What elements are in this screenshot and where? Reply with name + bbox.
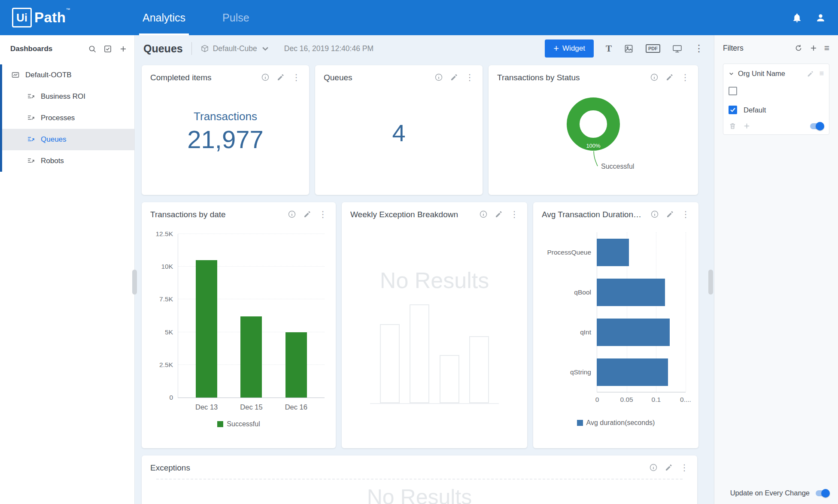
text-widget-icon[interactable]: T bbox=[606, 43, 612, 54]
collapse-filter-icon[interactable] bbox=[729, 71, 734, 76]
chart-legend: Successful bbox=[150, 420, 327, 428]
donut-percentage-label: 100% bbox=[586, 143, 601, 149]
search-icon[interactable] bbox=[88, 45, 97, 53]
tab-analytics[interactable]: Analytics bbox=[139, 0, 189, 35]
metric-value: 21,977 bbox=[187, 125, 263, 154]
collapse-sidebar-handle[interactable] bbox=[132, 270, 137, 295]
cube-selector[interactable]: Default-Cube bbox=[200, 44, 270, 53]
trademark-symbol: ™ bbox=[66, 7, 71, 12]
filter-name: Org Unit Name bbox=[738, 70, 785, 78]
info-icon[interactable] bbox=[479, 210, 488, 219]
filters-panel: Filters ≡ Org Unit Name ≡ bbox=[714, 35, 838, 504]
y-axis-tick: 2.5K bbox=[159, 361, 173, 369]
bar-ProcessQueue[interactable] bbox=[597, 239, 629, 266]
tv-mode-icon[interactable] bbox=[672, 44, 682, 54]
dashboard-group-default-ootb[interactable]: Default-OOTB bbox=[0, 64, 134, 86]
tab-pulse[interactable]: Pulse bbox=[219, 0, 253, 35]
bar-group: Dec 16 bbox=[285, 234, 307, 398]
x-axis-tick: 0.... bbox=[680, 396, 691, 404]
widget-title: Transactions by date bbox=[150, 210, 226, 219]
topbar-actions bbox=[792, 0, 826, 35]
kebab-menu-icon[interactable]: ⋮ bbox=[681, 210, 690, 219]
user-profile-icon[interactable] bbox=[815, 12, 826, 23]
image-export-icon[interactable] bbox=[624, 44, 634, 54]
y-axis-tick: 5K bbox=[165, 328, 173, 336]
dashboards-sidebar: Dashboards Default-OOTB Business ROI bbox=[0, 35, 135, 504]
dashboard-group-icon bbox=[11, 71, 20, 79]
add-widget-button[interactable]: + Widget bbox=[545, 39, 594, 58]
bar-Dec 13[interactable] bbox=[196, 260, 217, 398]
plot-area: 00.050.10....ProcessQueueqBoolqIntqStrin… bbox=[543, 232, 688, 407]
bar-Dec 15[interactable] bbox=[240, 316, 262, 398]
bar-group: qString bbox=[597, 358, 686, 386]
annotation-leader-line bbox=[594, 151, 598, 166]
bar-qBool[interactable] bbox=[597, 279, 665, 306]
widget-completed-items: Completed items ⋮ Transactions 21,977 bbox=[142, 65, 309, 195]
x-axis-label: Dec 16 bbox=[285, 403, 307, 411]
no-results-text: No Results bbox=[350, 267, 519, 293]
kebab-menu-icon[interactable]: ⋮ bbox=[680, 463, 689, 472]
filter-option-blank[interactable] bbox=[729, 86, 824, 96]
sidebar-header: Dashboards bbox=[0, 35, 134, 63]
update-on-every-change-toggle[interactable] bbox=[816, 490, 829, 496]
bar-Dec 16[interactable] bbox=[285, 332, 307, 398]
collapse-filters-handle[interactable] bbox=[708, 270, 713, 295]
filter-option-default[interactable]: Default bbox=[729, 105, 824, 115]
widget-queues-count: Queues ⋮ 4 bbox=[315, 65, 483, 195]
delete-filter-icon[interactable] bbox=[729, 122, 737, 130]
widget-title: Transactions by Status bbox=[497, 73, 580, 82]
add-filter-icon[interactable] bbox=[809, 44, 818, 52]
info-icon[interactable] bbox=[650, 73, 659, 82]
edit-icon[interactable] bbox=[495, 210, 503, 219]
widget-exceptions: Exceptions ⋮ No Results bbox=[142, 455, 697, 504]
y-axis-tick: 12.5K bbox=[155, 230, 173, 238]
uipath-logo[interactable]: Ui Path™ bbox=[12, 0, 70, 35]
more-options-icon[interactable]: ⋮ bbox=[694, 44, 704, 53]
filters-menu-icon[interactable]: ≡ bbox=[824, 43, 829, 53]
x-axis-tick: 0 bbox=[595, 396, 599, 404]
filter-card-org-unit: Org Unit Name ≡ Default bbox=[723, 64, 829, 135]
info-icon[interactable] bbox=[650, 210, 659, 219]
donut-slice-successful[interactable] bbox=[573, 104, 613, 144]
donut-chart: 100%Successful bbox=[527, 83, 660, 180]
bar-group: ProcessQueue bbox=[597, 239, 686, 266]
last-refresh-timestamp: Dec 16, 2019 12:40:46 PM bbox=[284, 44, 373, 53]
kebab-menu-icon[interactable]: ⋮ bbox=[319, 210, 327, 219]
edit-icon[interactable] bbox=[666, 210, 674, 219]
sidebar-item-queues[interactable]: Queues bbox=[0, 129, 134, 150]
pdf-export-icon[interactable]: PDF bbox=[646, 44, 660, 53]
checkbox-checked[interactable] bbox=[729, 106, 737, 114]
sidebar-item-processes[interactable]: Processes bbox=[0, 107, 134, 129]
edit-icon[interactable] bbox=[665, 73, 674, 82]
kebab-menu-icon[interactable]: ⋮ bbox=[681, 73, 689, 82]
y-axis-label: qBool bbox=[574, 288, 591, 296]
uipath-logo-path: Path™ bbox=[34, 9, 70, 26]
uipath-logo-path-text: Path bbox=[34, 9, 66, 25]
edit-icon[interactable] bbox=[665, 463, 673, 472]
y-axis-tick: 7.5K bbox=[159, 295, 173, 303]
add-dashboard-icon[interactable] bbox=[119, 45, 128, 53]
kebab-menu-icon[interactable]: ⋮ bbox=[510, 210, 519, 219]
multi-select-icon[interactable] bbox=[103, 45, 112, 53]
widget-title: Avg Transaction Duration… bbox=[542, 210, 641, 219]
edit-filter-icon[interactable] bbox=[807, 70, 814, 78]
no-results-text: No Results bbox=[150, 485, 689, 504]
filter-enabled-toggle[interactable] bbox=[810, 123, 824, 129]
checkbox-unchecked[interactable] bbox=[729, 87, 737, 95]
sidebar-item-robots[interactable]: Robots bbox=[0, 150, 134, 172]
placeholder-bars bbox=[370, 304, 499, 404]
page-title: Queues bbox=[143, 43, 183, 55]
bar-qString[interactable] bbox=[597, 358, 668, 386]
edit-icon[interactable] bbox=[303, 210, 312, 219]
metric: Transactions 21,977 bbox=[150, 76, 301, 187]
refresh-icon[interactable] bbox=[794, 44, 803, 52]
info-icon[interactable] bbox=[649, 463, 658, 472]
filter-list-icon[interactable]: ≡ bbox=[819, 69, 824, 78]
bar-qInt[interactable] bbox=[597, 319, 670, 346]
widget-title: Weekly Exception Breakdown bbox=[350, 210, 458, 219]
sidebar-title: Dashboards bbox=[10, 45, 52, 53]
notifications-bell-icon[interactable] bbox=[792, 12, 802, 23]
sidebar-item-business-roi[interactable]: Business ROI bbox=[0, 86, 134, 107]
info-icon[interactable] bbox=[288, 210, 296, 219]
add-value-icon[interactable] bbox=[743, 122, 751, 130]
